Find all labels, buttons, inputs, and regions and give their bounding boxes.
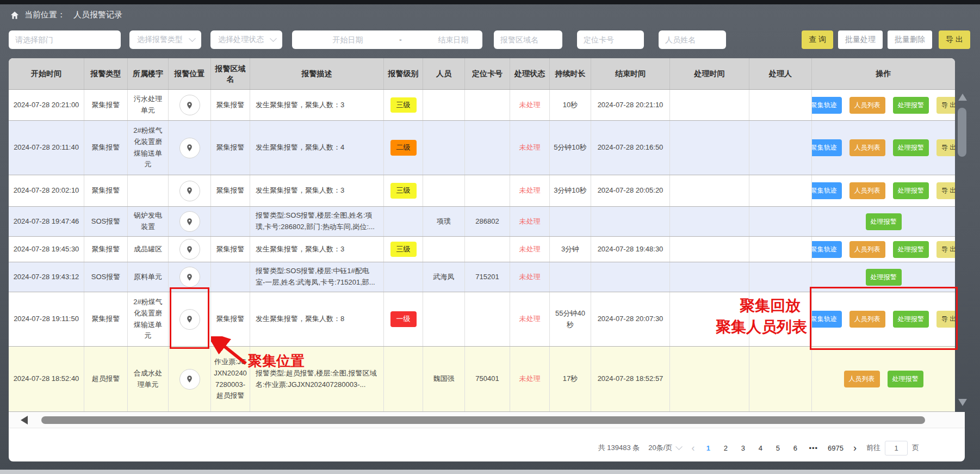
location-pin-icon[interactable] [179,309,200,330]
cell-alarm-description: 报警类型:超员报警,楼层:全图,报警区域名:作业票:JGJXN202407280… [250,347,384,411]
action-handle-button[interactable]: 处理报警 [893,139,929,156]
action-handle-button[interactable]: 处理报警 [893,97,929,114]
cell-person [423,121,465,175]
table-footer: 共 139483 条 20条/页 ‹ 123456•••6975 › 前往 页 [9,412,965,461]
cell-alarm-position [169,121,211,175]
location-pin-icon[interactable] [179,239,200,260]
cell-building: 2#粉煤气化装置磨煤输送单元 [128,292,169,346]
page-size-select[interactable]: 20条/页 [648,443,681,453]
cell-alarm-description: 发生聚集报警，聚集人数：3 [250,175,384,206]
location-pin-icon[interactable] [179,267,200,287]
next-page-button[interactable]: › [852,442,858,454]
window-top-edge [0,0,980,4]
cell-handle-status: 未处理 [510,121,550,175]
page-number-3[interactable]: 3 [739,444,747,452]
cell-alarm-level [384,207,423,236]
action-list-button[interactable]: 人员列表 [849,182,885,199]
cell-handler [749,90,812,120]
cell-alarm-area: 聚集报警 [211,175,250,206]
cell-handle-status: 未处理 [510,175,550,206]
column-header: 报警级别 [384,58,423,89]
start-date-input[interactable] [299,35,397,44]
location-pin-icon[interactable] [179,181,200,201]
column-header: 处理时间 [670,58,749,89]
action-list-button[interactable]: 人员列表 [844,371,880,387]
cell-alarm-area [211,207,250,236]
cell-alarm-position [169,237,211,262]
page-number-1[interactable]: 1 [704,444,712,452]
end-date-input[interactable] [404,35,503,44]
cell-building: 2#粉煤气化装置磨煤输送单元 [128,121,169,175]
page-ellipsis[interactable]: ••• [809,444,818,452]
action-export-button[interactable]: 导 出 [936,311,955,328]
prev-page-button[interactable]: ‹ [690,442,696,454]
alarm-type-select[interactable]: 选择报警类型 [129,30,201,49]
location-pin-icon[interactable] [179,211,200,232]
cell-alarm-position [169,292,211,346]
table-row: 2024-07-28 18:52:40超员报警合成水处理单元作业票:JGJXN2… [9,347,955,412]
cell-handler [749,237,812,262]
cell-actions: 聚集轨迹人员列表处理报警导 出 [812,237,955,262]
scroll-down-arrow[interactable] [958,399,967,406]
page-number-5[interactable]: 5 [774,444,781,452]
cell-end-time: 2024-07-28 20:16:50 [591,121,670,175]
batch-delete-button[interactable]: 批量删除 [888,30,932,49]
cell-handler [749,121,812,175]
page-number-4[interactable]: 4 [756,444,764,452]
action-track-button[interactable]: 聚集轨迹 [812,97,842,114]
action-export-button[interactable]: 导 出 [936,139,955,156]
action-handle-button[interactable]: 处理报警 [866,213,902,230]
batch-process-button[interactable]: 批量处理 [838,30,883,49]
cell-building: 锅炉发电装置 [128,207,169,236]
alarm-area-input[interactable] [494,30,562,49]
action-handle-button[interactable]: 处理报警 [893,311,929,328]
cell-alarm-level: 三级 [384,175,423,206]
location-pin-icon[interactable] [179,138,200,158]
action-handle-button[interactable]: 处理报警 [893,182,929,199]
department-input[interactable] [9,30,121,49]
page-number-6[interactable]: 6 [791,444,799,452]
query-button[interactable]: 查 询 [802,30,833,49]
cell-person: 魏国强 [423,347,465,411]
location-pin-icon[interactable] [179,95,200,115]
cell-duration: 3分钟10秒 [550,175,591,206]
action-list-button[interactable]: 人员列表 [849,311,885,328]
location-pin-icon[interactable] [179,369,200,390]
goto-page-input[interactable] [885,441,908,455]
action-handle-button[interactable]: 处理报警 [888,371,923,387]
table-row: 2024-07-28 19:43:12SOS报警原料单元报警类型:SOS报警,楼… [9,262,955,292]
action-track-button[interactable]: 聚集轨迹 [812,241,842,258]
cell-handle-time [670,237,749,262]
action-track-button[interactable]: 聚集轨迹 [812,311,842,328]
cell-alarm-area: 聚集报警 [211,237,250,262]
table-row: 2024-07-28 20:02:10聚集报警聚集报警发生聚集报警，聚集人数：3… [9,175,955,207]
cell-end-time: 2024-07-28 19:48:30 [591,237,670,262]
action-list-button[interactable]: 人员列表 [849,97,885,114]
card-number-input[interactable] [577,30,644,49]
person-name-input[interactable] [659,30,726,49]
horizontal-scrollbar-thumb[interactable] [41,416,925,424]
handle-status-select[interactable]: 选择处理状态 [210,30,282,49]
action-track-button[interactable]: 聚集轨迹 [812,182,842,199]
breadcrumb-label: 当前位置： [24,10,65,20]
scroll-left-arrow[interactable] [21,416,28,424]
export-button[interactable]: 导 出 [939,30,970,49]
cell-alarm-position [169,90,211,120]
cell-actions: 人员列表处理报警 [812,347,955,411]
page-number-6975[interactable]: 6975 [828,444,843,452]
action-export-button[interactable]: 导 出 [936,241,955,258]
action-export-button[interactable]: 导 出 [936,182,955,199]
action-handle-button[interactable]: 处理报警 [893,241,929,258]
vertical-scrollbar-thumb[interactable] [958,108,966,157]
date-range-picker[interactable]: - [292,30,482,49]
scroll-up-arrow[interactable] [958,94,967,101]
page-number-2[interactable]: 2 [722,444,729,452]
action-track-button[interactable]: 聚集轨迹 [812,139,842,156]
chevron-down-icon [270,35,277,42]
action-export-button[interactable]: 导 出 [936,97,955,114]
cell-alarm-description: 报警类型:SOS报警,楼层:中钰1#配电室-一层,姓名:武海凤,卡号:71520… [250,262,384,292]
action-handle-button[interactable]: 处理报警 [866,269,902,286]
action-list-button[interactable]: 人员列表 [849,139,885,156]
filter-bar: 选择报警类型 选择处理状态 - 查 询 批量处理 批量删除 导 出 [9,30,970,49]
action-list-button[interactable]: 人员列表 [849,241,885,258]
